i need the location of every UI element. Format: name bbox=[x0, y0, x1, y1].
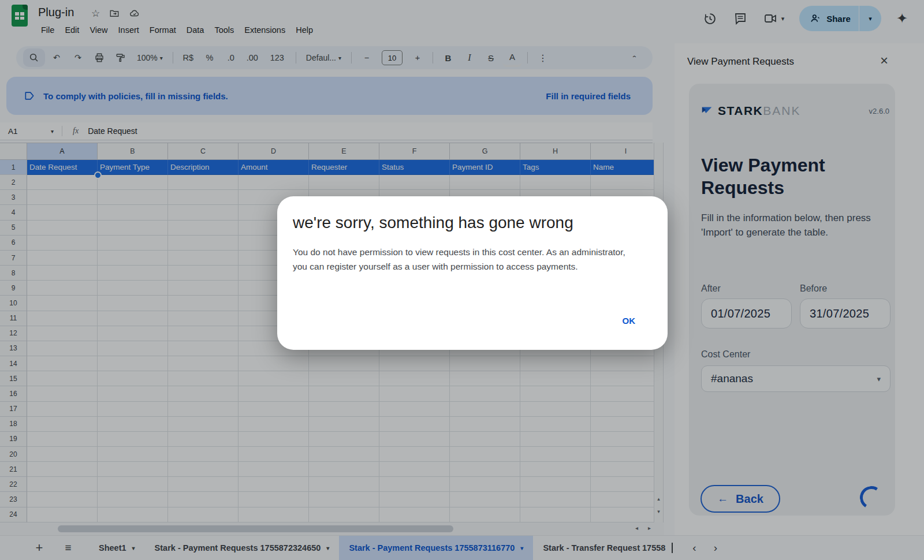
dialog-title: we're sorry, something has gone wrong bbox=[293, 214, 573, 232]
error-dialog: we're sorry, something has gone wrong Yo… bbox=[277, 196, 668, 350]
google-sheets-app: Plug-in ☆ FileEditViewInsertFormatDataTo… bbox=[0, 0, 924, 560]
ok-button[interactable]: OK bbox=[623, 316, 636, 326]
dialog-body: You do not have permission to view reque… bbox=[293, 245, 632, 274]
